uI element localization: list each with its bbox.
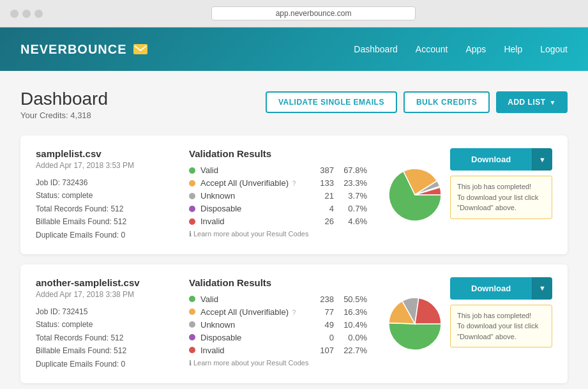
- result-pct: 3.7%: [339, 191, 367, 201]
- page-title: Dashboard: [20, 89, 108, 109]
- job-duplicate-emails: Duplicate Emails Found: 0: [36, 229, 176, 241]
- result-dot: [189, 206, 195, 212]
- info-icon: ℹ: [189, 230, 192, 238]
- job-added: Added Apr 17, 2018 3:38 PM: [36, 290, 176, 299]
- job-info: another-samplelist.csv Added Apr 17, 201…: [36, 277, 176, 370]
- job-chart: [380, 148, 450, 241]
- browser-minimize-btn[interactable]: [22, 10, 31, 18]
- result-row: Accept All (Unverifiable) ? 133 23.3%: [189, 178, 367, 188]
- download-button[interactable]: Download: [450, 277, 532, 300]
- result-count: 77: [308, 307, 334, 317]
- result-count: 4: [308, 204, 334, 213]
- job-filename: another-samplelist.csv: [36, 277, 176, 288]
- job-billable-emails: Billable Emails Found: 512: [36, 215, 176, 228]
- nav-account[interactable]: Account: [416, 44, 448, 54]
- svg-rect-0: [133, 44, 147, 54]
- result-row: Invalid 107 22.7%: [189, 346, 367, 355]
- job-download: Download ▼ This job has completed!To dow…: [450, 277, 552, 370]
- download-note: This job has completed!To download your …: [450, 176, 552, 219]
- job-billable-emails: Billable Emails Found: 512: [36, 344, 176, 357]
- dashboard-header: Dashboard Your Credits: 4,318 VALIDATE S…: [20, 89, 568, 120]
- job-meta: Job ID: 732436 Status: complete Total Re…: [36, 176, 176, 241]
- nav-apps[interactable]: Apps: [465, 44, 486, 54]
- main-content: Dashboard Your Credits: 4,318 VALIDATE S…: [0, 71, 588, 389]
- result-label: Invalid: [200, 346, 303, 355]
- chevron-down-icon: ▼: [539, 156, 546, 164]
- result-dot: [189, 334, 195, 340]
- add-list-button[interactable]: ADD LIST ▼: [496, 91, 568, 113]
- browser-close-btn[interactable]: [10, 10, 19, 18]
- result-label: Disposable: [200, 204, 303, 213]
- job-filename: samplelist.csv: [36, 148, 176, 159]
- job-results: Validation Results Valid 387 67.8% Accep…: [176, 148, 380, 241]
- download-btn-wrapper: Download ▼: [450, 148, 552, 171]
- result-label: Unknown: [200, 320, 303, 330]
- result-dot: [189, 321, 195, 328]
- result-dot: [189, 167, 195, 174]
- chevron-down-icon: ▼: [550, 99, 556, 106]
- result-row: Valid 238 50.5%: [189, 294, 367, 304]
- credits-display: Your Credits: 4,318: [20, 111, 108, 120]
- address-bar[interactable]: app.neverbounce.com: [211, 6, 416, 20]
- result-pct: 67.8%: [339, 165, 367, 175]
- result-row: Disposable 0 0.0%: [189, 333, 367, 342]
- result-count: 21: [308, 191, 334, 201]
- chevron-down-icon: ▼: [539, 284, 546, 292]
- job-total-records: Total Records Found: 512: [36, 202, 176, 215]
- browser-chrome: app.neverbounce.com: [0, 0, 588, 27]
- result-dot: [189, 296, 195, 302]
- result-pct: 22.7%: [339, 346, 367, 355]
- result-pct: 10.4%: [339, 320, 367, 330]
- result-count: 133: [308, 178, 334, 188]
- result-pct: 50.5%: [339, 294, 367, 304]
- result-pct: 0.0%: [339, 333, 367, 342]
- job-total-records: Total Records Found: 512: [36, 332, 176, 344]
- result-pct: 0.7%: [339, 204, 367, 213]
- logo-text: NEVERBOUNCE: [20, 42, 127, 57]
- result-row: Accept All (Unverifiable) ? 77 16.3%: [189, 307, 367, 317]
- job-duplicate-emails: Duplicate Emails Found: 0: [36, 358, 176, 370]
- job-results: Validation Results Valid 238 50.5% Accep…: [176, 277, 380, 370]
- job-status: Status: complete: [36, 318, 176, 331]
- navbar: NEVERBOUNCE Dashboard Account Apps Help …: [0, 27, 588, 71]
- download-btn-wrapper: Download ▼: [450, 277, 552, 300]
- help-icon[interactable]: ?: [292, 309, 296, 316]
- browser-maximize-btn[interactable]: [34, 10, 43, 18]
- result-codes-link[interactable]: ℹLearn more about your Result Codes: [189, 230, 367, 238]
- result-count: 387: [308, 165, 334, 175]
- validate-single-emails-button[interactable]: VALIDATE SINGLE EMAILS: [266, 91, 397, 113]
- info-icon: ℹ: [189, 359, 192, 367]
- result-label: Valid: [200, 294, 303, 304]
- result-label: Unknown: [200, 191, 303, 201]
- result-row: Disposable 4 0.7%: [189, 204, 367, 213]
- nav-logo: NEVERBOUNCE: [20, 42, 147, 57]
- results-title: Validation Results: [189, 277, 367, 288]
- nav-help[interactable]: Help: [504, 44, 522, 54]
- download-arrow-button[interactable]: ▼: [532, 148, 552, 171]
- result-dot: [189, 218, 195, 225]
- bulk-credits-button[interactable]: BULK CREDITS: [403, 91, 490, 113]
- result-row: Unknown 21 3.7%: [189, 191, 367, 201]
- result-label: Invalid: [200, 217, 303, 226]
- download-note: This job has completed!To download your …: [450, 305, 552, 348]
- result-pct: 23.3%: [339, 178, 367, 188]
- job-cards-container: samplelist.csv Added Apr 17, 2018 3:53 P…: [20, 135, 568, 383]
- result-label: Disposable: [200, 333, 303, 342]
- download-button[interactable]: Download: [450, 148, 532, 171]
- results-title: Validation Results: [189, 148, 367, 159]
- result-label: Valid: [200, 165, 303, 175]
- result-codes-link[interactable]: ℹLearn more about your Result Codes: [189, 359, 367, 367]
- nav-dashboard[interactable]: Dashboard: [354, 44, 398, 54]
- result-label: Accept All (Unverifiable) ?: [200, 178, 303, 188]
- result-dot: [189, 180, 195, 187]
- job-id: Job ID: 732415: [36, 305, 176, 318]
- result-count: 49: [308, 320, 334, 330]
- nav-logout[interactable]: Logout: [540, 44, 568, 54]
- result-row: Unknown 49 10.4%: [189, 320, 367, 330]
- job-card: another-samplelist.csv Added Apr 17, 201…: [20, 264, 568, 383]
- result-count: 238: [308, 294, 334, 304]
- download-arrow-button[interactable]: ▼: [532, 277, 552, 300]
- result-row: Valid 387 67.8%: [189, 165, 367, 175]
- help-icon[interactable]: ?: [292, 180, 296, 187]
- credits-value: 4,318: [70, 111, 91, 120]
